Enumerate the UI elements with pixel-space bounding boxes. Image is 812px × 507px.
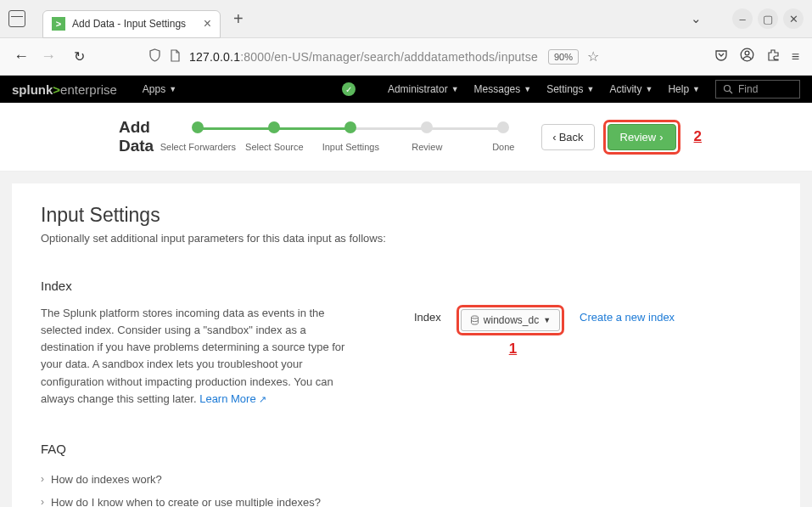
zoom-badge[interactable]: 90% bbox=[548, 49, 579, 65]
url-text: 127.0.0.1:8000/en-US/manager/search/addd… bbox=[189, 50, 538, 64]
browser-toolbar-right: ≡ bbox=[714, 48, 799, 65]
learn-more-link[interactable]: Learn More ↗ bbox=[199, 392, 266, 405]
shield-icon[interactable] bbox=[148, 48, 161, 65]
index-dropdown[interactable]: windows_dc ▼ bbox=[461, 309, 560, 331]
step-select-source[interactable]: Select Source bbox=[236, 121, 312, 152]
wizard-title: Add Data bbox=[119, 118, 154, 155]
chevron-left-icon: ‹ bbox=[552, 131, 556, 144]
faq-section: FAQ ›How do indexes work? ›How do I know… bbox=[41, 442, 771, 507]
review-button[interactable]: Review› bbox=[608, 124, 676, 150]
index-field-label: Index bbox=[414, 305, 441, 324]
index-section-heading: Index bbox=[41, 279, 771, 293]
window-minimize-button[interactable]: – bbox=[732, 8, 753, 29]
tab-title: Add Data - Input Settings bbox=[72, 18, 186, 30]
site-info-icon[interactable] bbox=[170, 49, 181, 65]
find-input[interactable]: Find bbox=[715, 80, 800, 99]
tab-close-icon[interactable]: × bbox=[204, 16, 211, 31]
settings-menu[interactable]: Settings▼ bbox=[546, 83, 594, 95]
index-description: The Splunk platform stores incoming data… bbox=[41, 305, 346, 408]
nav-back-button[interactable]: ← bbox=[13, 48, 30, 65]
chevron-right-icon: › bbox=[659, 131, 663, 144]
window-maximize-button[interactable]: ▢ bbox=[758, 8, 778, 29]
faq-item-1[interactable]: ›How do indexes work? bbox=[41, 468, 771, 491]
external-link-icon: ↗ bbox=[259, 394, 266, 404]
bookmark-star-icon[interactable]: ☆ bbox=[587, 48, 599, 65]
svg-point-2 bbox=[725, 86, 731, 92]
database-icon bbox=[470, 315, 479, 325]
apps-menu[interactable]: Apps▼ bbox=[143, 83, 176, 95]
sidebar-toggle-icon[interactable] bbox=[8, 10, 25, 27]
annotation-badge-2: 2 bbox=[694, 128, 702, 145]
annotation-badge-1: 1 bbox=[509, 341, 517, 358]
content-area: Input Settings Optionally set additional… bbox=[0, 172, 812, 507]
browser-nav-bar: ← → ↻ 127.0.0.1:8000/en-US/manager/searc… bbox=[0, 38, 812, 76]
create-index-link[interactable]: Create a new index bbox=[580, 305, 675, 324]
faq-heading: FAQ bbox=[41, 442, 771, 456]
svg-line-3 bbox=[730, 91, 732, 93]
wizard-header: Add Data Select Forwarders Select Source… bbox=[0, 103, 812, 172]
splunk-logo[interactable]: splunk>enterprise bbox=[12, 82, 117, 97]
pocket-icon[interactable] bbox=[714, 48, 728, 65]
wizard-steps: Select Forwarders Select Source Input Se… bbox=[160, 121, 541, 152]
tab-favicon-icon: > bbox=[52, 17, 65, 31]
administrator-menu[interactable]: Administrator▼ bbox=[388, 83, 459, 95]
nav-forward-button[interactable]: → bbox=[40, 48, 57, 65]
splunk-top-bar: splunk>enterprise Apps▼ ✓ Administrator▼… bbox=[0, 76, 812, 103]
tabs-dropdown-icon[interactable]: ⌄ bbox=[691, 11, 702, 26]
step-done: Done bbox=[465, 121, 541, 152]
logo-text-b: enterprise bbox=[60, 82, 117, 97]
step-review: Review bbox=[389, 121, 465, 152]
nav-reload-button[interactable]: ↻ bbox=[70, 48, 87, 65]
index-selected-value: windows_dc bbox=[484, 314, 539, 326]
page-title: Input Settings bbox=[41, 204, 771, 227]
menu-icon[interactable]: ≡ bbox=[792, 49, 799, 65]
extensions-icon[interactable] bbox=[766, 48, 780, 65]
page-subtitle: Optionally set additional input paramete… bbox=[41, 232, 771, 245]
caret-down-icon: ▼ bbox=[543, 316, 551, 324]
svg-point-1 bbox=[745, 51, 749, 55]
chevron-right-icon: › bbox=[41, 473, 44, 485]
help-menu[interactable]: Help▼ bbox=[668, 83, 700, 95]
window-close-button[interactable]: ✕ bbox=[783, 8, 804, 29]
back-button[interactable]: ‹Back bbox=[541, 124, 594, 150]
activity-menu[interactable]: Activity▼ bbox=[609, 83, 652, 95]
search-icon bbox=[723, 84, 733, 94]
step-input-settings[interactable]: Input Settings bbox=[312, 121, 389, 152]
faq-item-2[interactable]: ›How do I know when to create or use mul… bbox=[41, 491, 771, 507]
health-check-icon[interactable]: ✓ bbox=[342, 82, 356, 96]
annotation-highlight-1: windows_dc ▼ bbox=[456, 305, 564, 335]
messages-menu[interactable]: Messages▼ bbox=[474, 83, 532, 95]
browser-tab-bar: > Add Data - Input Settings × + ⌄ – ▢ ✕ bbox=[0, 0, 812, 38]
chevron-right-icon: › bbox=[41, 496, 44, 507]
logo-text-a: splunk bbox=[12, 82, 53, 97]
annotation-highlight-2: Review› bbox=[603, 120, 680, 155]
step-select-forwarders[interactable]: Select Forwarders bbox=[160, 121, 236, 152]
url-bar[interactable]: 127.0.0.1:8000/en-US/manager/search/addd… bbox=[148, 48, 679, 65]
new-tab-button[interactable]: + bbox=[233, 9, 244, 29]
account-icon[interactable] bbox=[740, 48, 754, 65]
svg-point-4 bbox=[471, 316, 478, 318]
browser-tab[interactable]: > Add Data - Input Settings × bbox=[42, 10, 221, 38]
